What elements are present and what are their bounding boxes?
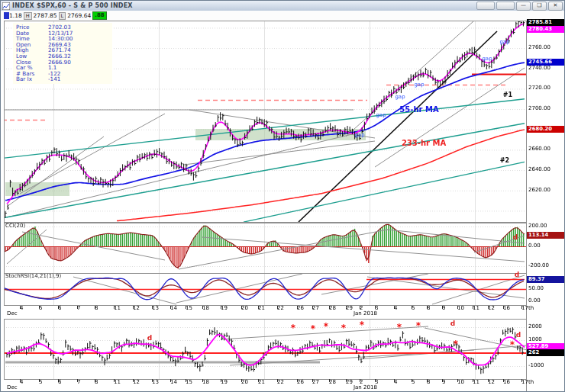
quote-open-fragment: 1.18 [9,12,22,19]
close-button[interactable]: ✕ [548,2,563,11]
maximize-button[interactable]: ❏ [532,2,547,11]
app-window: INDEX $SPX,60 - S & P 500 INDEX — ❏ ✕ 1.… [0,0,565,392]
quote-last-box: .88 [92,11,106,20]
data-window: Price2702.03Date12/13/17Time14:30:00Open… [13,23,112,84]
quote-low-value: 2769.64 [67,12,91,19]
minimize-button[interactable]: — [516,2,531,11]
quote-bar: 1.18 H 2787.85 L 2769.64 .88 [1,11,564,21]
window-title: INDEX $SPX,60 - S & P 500 INDEX [12,2,133,9]
cci-panel-label: CCI(20) [5,223,25,229]
stochrsi-panel-label: StochRSI(14,21(1),9) [5,274,61,279]
app-icon [2,2,10,10]
toolbar-button-a[interactable] [476,2,495,10]
quote-high-value: 2787.85 [34,12,57,19]
quote-low-label: L [59,12,66,20]
quote-color-swatch [4,12,9,19]
data-window-row: Bar Ix-141 [16,76,112,82]
title-bar[interactable]: INDEX $SPX,60 - S & P 500 INDEX — ❏ ✕ [1,1,564,11]
toolbar-button-b[interactable] [496,2,515,10]
quote-high-label: H [24,12,32,20]
